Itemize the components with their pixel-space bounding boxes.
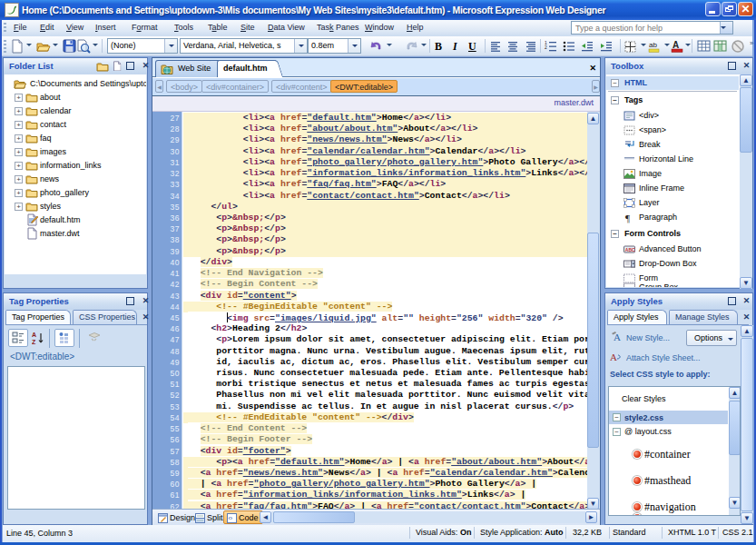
svg-text:¶: ¶ bbox=[625, 213, 630, 223]
svg-text:A: A bbox=[610, 352, 617, 362]
svg-text:2: 2 bbox=[545, 45, 547, 50]
svg-text:ABC: ABC bbox=[625, 247, 635, 253]
svg-text:‹›: ‹› bbox=[229, 515, 233, 521]
svg-text:A: A bbox=[32, 332, 36, 338]
svg-text:ab: ab bbox=[649, 41, 657, 49]
svg-text:A: A bbox=[673, 40, 679, 50]
svg-text:Z: Z bbox=[32, 339, 36, 345]
